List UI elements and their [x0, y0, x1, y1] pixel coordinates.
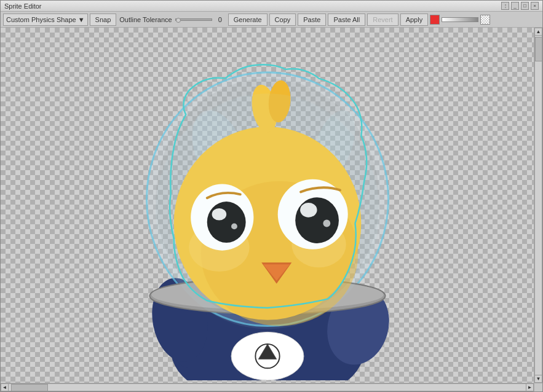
- scrollbar-row: ◄ ►: [1, 383, 542, 391]
- checkerboard-toggle[interactable]: [480, 15, 490, 25]
- tolerance-value: 0: [214, 16, 226, 23]
- sprite-svg: [37, 30, 498, 380]
- sprite-container: [37, 30, 498, 380]
- snap-button[interactable]: Snap: [90, 14, 117, 26]
- minimize-button[interactable]: _: [511, 2, 519, 10]
- paste-all-label: Paste All: [333, 16, 360, 23]
- generate-button[interactable]: Generate: [228, 14, 268, 26]
- scroll-left-arrow[interactable]: ◄: [1, 383, 9, 391]
- toolbar: Custom Physics Shape ▼ Snap Outline Tole…: [1, 12, 542, 28]
- scrollbar-corner: [534, 383, 542, 391]
- paste-all-button[interactable]: Paste All: [328, 14, 365, 26]
- apply-button[interactable]: Apply: [400, 14, 429, 26]
- canvas-wrapper: [1, 28, 534, 383]
- scroll-right-arrow[interactable]: ►: [526, 383, 534, 391]
- maximize-button[interactable]: □: [521, 2, 529, 10]
- mode-dropdown[interactable]: Custom Physics Shape ▼: [3, 14, 88, 26]
- snap-label: Snap: [95, 16, 111, 23]
- copy-label: Copy: [275, 16, 291, 23]
- paste-button[interactable]: Paste: [298, 14, 326, 26]
- scroll-up-arrow[interactable]: ▲: [534, 28, 542, 36]
- copy-button[interactable]: Copy: [269, 14, 296, 26]
- color-swatch[interactable]: [430, 15, 440, 25]
- menu-icon[interactable]: ⋮: [501, 2, 509, 10]
- scroll-thumb-v[interactable]: [535, 37, 542, 61]
- horizontal-scrollbar[interactable]: ◄ ►: [1, 383, 534, 391]
- main-content: ▲ ▼: [1, 28, 542, 383]
- revert-label: Revert: [373, 16, 392, 23]
- canvas-background[interactable]: [1, 28, 534, 383]
- tolerance-slider[interactable]: [175, 18, 212, 21]
- generate-label: Generate: [234, 16, 262, 23]
- alpha-slider[interactable]: [442, 17, 478, 22]
- paste-label: Paste: [303, 16, 320, 23]
- scroll-thumb-h[interactable]: [11, 384, 48, 391]
- scroll-down-arrow[interactable]: ▼: [534, 375, 542, 383]
- svg-point-31: [156, 93, 379, 329]
- mode-label: Custom Physics Shape: [6, 16, 76, 23]
- mode-arrow: ▼: [78, 16, 85, 23]
- window-controls: ⋮ _ □ ×: [501, 2, 539, 10]
- outline-tolerance-label: Outline Tolerance: [118, 16, 173, 23]
- window-title: Sprite Editor: [4, 2, 496, 10]
- apply-label: Apply: [406, 16, 423, 23]
- vertical-scrollbar[interactable]: ▲ ▼: [534, 28, 542, 383]
- title-bar: Sprite Editor ⋮ _ □ ×: [1, 1, 542, 12]
- sprite-editor-window: Sprite Editor ⋮ _ □ × Custom Physics Sha…: [0, 0, 543, 392]
- revert-button[interactable]: Revert: [367, 14, 398, 26]
- close-button[interactable]: ×: [531, 2, 539, 10]
